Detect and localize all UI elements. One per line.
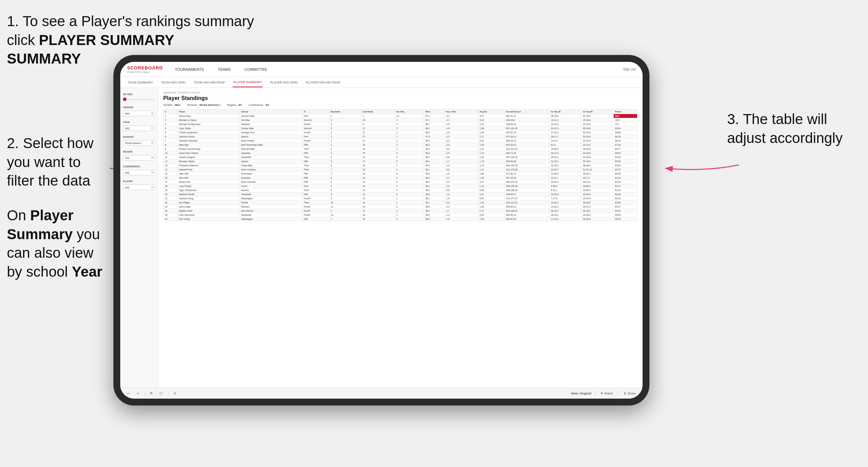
table-cell: 8 [361, 122, 395, 126]
table-cell: Fifth [302, 217, 329, 221]
table-cell: 1 [361, 114, 395, 118]
toolbar-divider-3 [595, 391, 595, 396]
table-cell: 19-16-2 [581, 209, 613, 213]
nav-committee[interactable]: COMMITTEE [243, 63, 269, 76]
table-cell: 0.96 [478, 188, 504, 192]
table-row[interactable]: 17David FordNorth CarolinaFifth421069.0-… [164, 180, 637, 184]
table-cell: -1.7 [444, 176, 478, 180]
table-cell: 1 [395, 213, 424, 217]
table-row[interactable]: 15Jake HallTennesseeFifth718068.5-1.51.6… [164, 172, 637, 176]
year-select[interactable]: (All) ▾ [123, 125, 155, 131]
region-label: Region [123, 151, 155, 153]
table-row[interactable]: 26Petr HrubyWashingtonFifth725068.6-1.81… [164, 217, 637, 221]
table-cell: 24-45-1 [581, 188, 613, 192]
gender-select[interactable]: Men ▾ [123, 111, 155, 116]
table-cell: 0 [395, 192, 424, 197]
table-cell: 0 [395, 180, 424, 184]
table-cell: 68.2 [424, 126, 444, 131]
table-cell: 63.83 [613, 164, 637, 168]
table-cell: Arizona State [240, 114, 302, 118]
table-row[interactable]: 21Taehoon SongWashingtonFourth423169.1-1… [164, 197, 637, 201]
table-cell: 13 [164, 164, 178, 168]
no-rds-slider-track[interactable] [123, 99, 155, 100]
refresh-button[interactable]: ↺ [172, 391, 178, 396]
table-row[interactable]: 25Cole SherwoodVanderbiltFourth1223169.3… [164, 213, 637, 217]
nav-tournaments[interactable]: TOURNAMENTS [173, 63, 206, 76]
redo-button[interactable]: ↪ [135, 391, 141, 396]
table-cell: Fifth [302, 143, 329, 147]
table-row[interactable]: 5Christo LamprechtGeorgia TechFourth2212… [164, 131, 637, 135]
table-cell: 21 [361, 180, 395, 184]
table-cell: 8-21-1 [549, 188, 581, 192]
table-row[interactable]: 10Jacob Skov OlesenArkansasFifth225068.4… [164, 151, 637, 155]
table-row[interactable]: 11Gordon SargentVanderbiltThird421068.7-… [164, 155, 637, 159]
table-cell: 9 [164, 147, 178, 151]
sub-player-summary[interactable]: PLAYER SUMMARY [233, 78, 263, 87]
table-cell: Tennessee [240, 172, 302, 176]
table-row[interactable]: 9Preston SummerhaysArizona StateThird324… [164, 147, 637, 151]
share-button[interactable]: ⬆ Share [622, 391, 637, 396]
table-row[interactable]: 8Mats EgeEast Tennessee StateFifth124268… [164, 143, 637, 147]
paste-button[interactable]: 📋 [157, 391, 165, 396]
table-row[interactable]: 13Phichaksn MaichonTexas A&MThird630169.… [164, 164, 637, 168]
table-row[interactable]: 3Michael ThorbjornsenStanfordFourth28168… [164, 122, 637, 126]
table-cell: 7 [329, 168, 361, 172]
chevron-down-icon-conference: ▾ [152, 171, 153, 174]
table-row[interactable]: 22Ian GilliganFloridaThird1024168.7-0.81… [164, 201, 637, 205]
table-row[interactable]: 6Jackson KoivunAuburnFirst127167.3-2.02.… [164, 135, 637, 139]
nav-items: TOURNAMENTS TEAMS COMMITTEE [173, 63, 623, 76]
table-cell: 0.74 [478, 209, 504, 213]
table-cell: 59.45 [613, 217, 637, 221]
player-select[interactable]: (All) ▾ [123, 185, 155, 190]
year-label: Year [123, 121, 155, 123]
table-cell: 1 [329, 135, 361, 139]
table-row[interactable]: 16Alex GoffKentuckyFifth819068.3-1.71.92… [164, 176, 637, 180]
table-cell: 68.18 [613, 135, 637, 139]
sub-team-h2h-heatmap[interactable]: TEAM H2H HEATMAP [193, 78, 226, 87]
table-cell: 607-63-12 [504, 143, 549, 147]
table-row[interactable]: 2Michael Le SassoOle MissSecond118067.1-… [164, 118, 637, 122]
annotation-3-text: 3. The table willadjust accordingly [727, 111, 843, 146]
table-cell: 61-20-3 [581, 131, 613, 135]
division-select[interactable]: NCAA Division I ▾ [123, 140, 155, 146]
table-row[interactable]: 12Brendan ValdesAuburnFifth537068.4-1.11… [164, 159, 637, 164]
table-cell: Fifth [302, 176, 329, 180]
region-select[interactable]: N/A ▾ [123, 155, 155, 160]
watch-button[interactable]: 👁 Watch [599, 391, 615, 396]
table-cell: 4 [329, 184, 361, 188]
nav-sign-out[interactable]: Sign out [623, 67, 636, 71]
table-cell: 27 [361, 126, 395, 131]
table-row[interactable]: 19Tiger ChristensenArizonaThird523269.2-… [164, 188, 637, 192]
sub-team-summary[interactable]: TEAM SUMMARY [127, 78, 154, 87]
table-cell: 5 [164, 131, 178, 135]
table-cell: Washington [240, 217, 302, 221]
sub-team-h2h-grid[interactable]: TEAM H2H GRID [160, 78, 186, 87]
table-row[interactable]: 14Maxwell FordNorth CarolinaThird723069.… [164, 168, 637, 172]
table-cell: 616-168-22 [504, 209, 549, 213]
table-cell: 2.34 [478, 131, 504, 135]
table-cell: 0 [395, 151, 424, 155]
table-cell: -0.8 [444, 188, 478, 192]
table-cell: Third [302, 168, 329, 172]
nav-teams[interactable]: TEAMS [216, 63, 233, 76]
table-row[interactable]: 24Bastien AmatNew MexicoFourth127269.4-1… [164, 209, 637, 213]
copy-button[interactable]: ⧉ [148, 390, 154, 396]
sub-player-h2h-grid[interactable]: PLAYER H2H GRID [269, 78, 298, 87]
table-row[interactable]: 20Matthew RiedelVanderbiltFifth922069.8-… [164, 192, 637, 197]
sub-player-h2h-heatmap[interactable]: PLAYER H2H HEATMAP [305, 78, 341, 87]
table-cell: 29-38-2 [581, 201, 613, 205]
undo-button[interactable]: ↩ [125, 391, 132, 396]
table-cell: 16 [164, 176, 178, 180]
table-row[interactable]: 1Wenyi DingArizona StateFirst111567.1-3.… [164, 114, 637, 118]
table-row[interactable]: 4Luke ClatonFlorida StateSecond127268.2-… [164, 126, 637, 131]
col-player: Player [178, 110, 240, 114]
view-label[interactable]: View: Original [571, 392, 591, 395]
table-cell: 23 [361, 188, 395, 192]
table-row[interactable]: 23Jack LundinMissouriFourth1124068.6-2.3… [164, 205, 637, 209]
bottom-toolbar: ↩ ↪ ⧉ 📋 ↺ View: Original 👁 Watch ⬆ Share [120, 388, 643, 399]
col-overall-record: Overall Record [504, 110, 549, 114]
no-rds-slider-thumb[interactable] [123, 98, 126, 101]
table-row[interactable]: 18Luke PowellUCLAFirst424169.1-1.81.1350… [164, 184, 637, 188]
conference-select[interactable]: (All) ▾ [123, 170, 155, 175]
table-row[interactable]: 7Nicholas GabrelcikNorth FloridaFourth12… [164, 139, 637, 143]
